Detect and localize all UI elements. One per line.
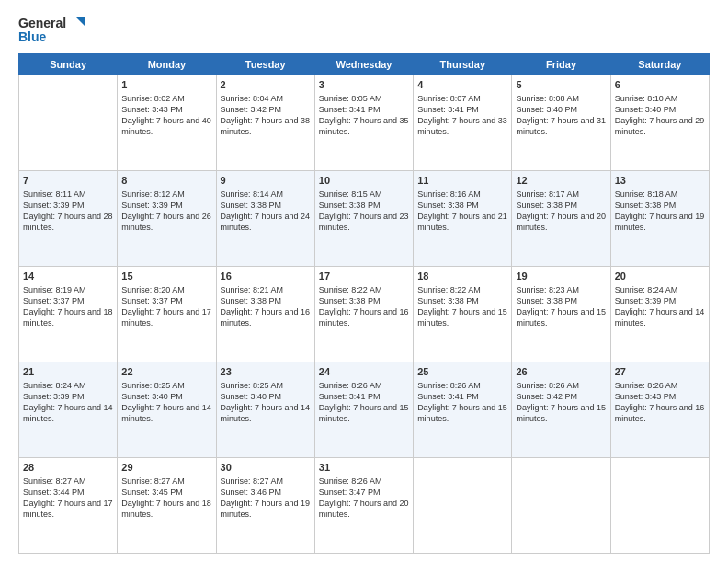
- cell-content: Sunrise: 8:26 AMSunset: 3:41 PMDaylight:…: [417, 380, 507, 425]
- calendar-cell: [512, 458, 610, 554]
- calendar-week-row: 1Sunrise: 8:02 AMSunset: 3:43 PMDaylight…: [19, 75, 710, 171]
- calendar-week-row: 28Sunrise: 8:27 AMSunset: 3:44 PMDayligh…: [19, 458, 710, 554]
- calendar-week-row: 21Sunrise: 8:24 AMSunset: 3:39 PMDayligh…: [19, 362, 710, 458]
- cell-content: Sunrise: 8:17 AMSunset: 3:38 PMDaylight:…: [516, 189, 606, 234]
- calendar-cell: 15Sunrise: 8:20 AMSunset: 3:37 PMDayligh…: [118, 267, 216, 362]
- calendar-cell: 4Sunrise: 8:07 AMSunset: 3:41 PMDaylight…: [414, 75, 512, 171]
- day-number: 30: [221, 461, 311, 475]
- day-number: 1: [121, 78, 211, 92]
- calendar-table: SundayMondayTuesdayWednesdayThursdayFrid…: [18, 53, 710, 554]
- calendar-page: General Blue SundayMondayTuesdayWednesda…: [0, 0, 728, 563]
- calendar-header-row: SundayMondayTuesdayWednesdayThursdayFrid…: [19, 54, 710, 75]
- calendar-cell: 21Sunrise: 8:24 AMSunset: 3:39 PMDayligh…: [19, 362, 118, 458]
- day-number: 7: [23, 174, 113, 188]
- calendar-cell: 26Sunrise: 8:26 AMSunset: 3:42 PMDayligh…: [512, 362, 610, 458]
- calendar-cell: 19Sunrise: 8:23 AMSunset: 3:38 PMDayligh…: [512, 267, 610, 362]
- day-number: 15: [121, 270, 211, 283]
- calendar-cell: [19, 75, 118, 171]
- cell-content: Sunrise: 8:14 AMSunset: 3:38 PMDaylight:…: [221, 189, 311, 234]
- logo: General Blue: [18, 15, 85, 44]
- day-number: 14: [23, 270, 113, 283]
- calendar-cell: 2Sunrise: 8:04 AMSunset: 3:42 PMDaylight…: [216, 75, 314, 171]
- calendar-cell: 10Sunrise: 8:15 AMSunset: 3:38 PMDayligh…: [314, 171, 413, 267]
- day-number: 21: [23, 365, 113, 379]
- cell-content: Sunrise: 8:15 AMSunset: 3:38 PMDaylight:…: [319, 189, 409, 234]
- day-number: 19: [516, 270, 606, 283]
- calendar-header-thursday: Thursday: [414, 54, 512, 75]
- day-number: 2: [221, 78, 311, 92]
- day-number: 8: [121, 174, 211, 188]
- cell-content: Sunrise: 8:10 AMSunset: 3:40 PMDaylight:…: [615, 93, 705, 138]
- day-number: 13: [615, 174, 705, 188]
- calendar-cell: 24Sunrise: 8:26 AMSunset: 3:41 PMDayligh…: [314, 362, 413, 458]
- cell-content: Sunrise: 8:24 AMSunset: 3:39 PMDaylight:…: [23, 380, 113, 425]
- logo-general-text: General: [18, 16, 66, 30]
- calendar-cell: 9Sunrise: 8:14 AMSunset: 3:38 PMDaylight…: [216, 171, 314, 267]
- cell-content: Sunrise: 8:26 AMSunset: 3:47 PMDaylight:…: [319, 476, 409, 521]
- day-number: 27: [615, 365, 705, 379]
- calendar-cell: [414, 458, 512, 554]
- cell-content: Sunrise: 8:12 AMSunset: 3:39 PMDaylight:…: [121, 189, 211, 234]
- cell-content: Sunrise: 8:11 AMSunset: 3:39 PMDaylight:…: [23, 189, 113, 234]
- cell-content: Sunrise: 8:25 AMSunset: 3:40 PMDaylight:…: [221, 380, 311, 425]
- calendar-header-friday: Friday: [512, 54, 610, 75]
- cell-content: Sunrise: 8:04 AMSunset: 3:42 PMDaylight:…: [221, 93, 311, 138]
- calendar-cell: 20Sunrise: 8:24 AMSunset: 3:39 PMDayligh…: [610, 267, 709, 362]
- day-number: 22: [121, 365, 211, 379]
- day-number: 5: [516, 78, 606, 92]
- cell-content: Sunrise: 8:21 AMSunset: 3:38 PMDaylight:…: [221, 284, 311, 329]
- calendar-week-row: 14Sunrise: 8:19 AMSunset: 3:37 PMDayligh…: [19, 267, 710, 362]
- cell-content: Sunrise: 8:22 AMSunset: 3:38 PMDaylight:…: [319, 284, 409, 329]
- calendar-cell: 28Sunrise: 8:27 AMSunset: 3:44 PMDayligh…: [19, 458, 118, 554]
- day-number: 4: [417, 78, 507, 92]
- calendar-cell: [610, 458, 709, 554]
- calendar-cell: 11Sunrise: 8:16 AMSunset: 3:38 PMDayligh…: [414, 171, 512, 267]
- calendar-cell: 25Sunrise: 8:26 AMSunset: 3:41 PMDayligh…: [414, 362, 512, 458]
- page-header: General Blue: [18, 15, 710, 44]
- calendar-header-saturday: Saturday: [610, 54, 709, 75]
- calendar-cell: 22Sunrise: 8:25 AMSunset: 3:40 PMDayligh…: [118, 362, 216, 458]
- day-number: 11: [417, 174, 507, 188]
- cell-content: Sunrise: 8:08 AMSunset: 3:40 PMDaylight:…: [516, 93, 606, 138]
- day-number: 3: [319, 78, 409, 92]
- calendar-cell: 5Sunrise: 8:08 AMSunset: 3:40 PMDaylight…: [512, 75, 610, 171]
- day-number: 17: [319, 270, 409, 283]
- day-number: 10: [319, 174, 409, 188]
- cell-content: Sunrise: 8:05 AMSunset: 3:41 PMDaylight:…: [319, 93, 409, 138]
- calendar-cell: 17Sunrise: 8:22 AMSunset: 3:38 PMDayligh…: [314, 267, 413, 362]
- cell-content: Sunrise: 8:19 AMSunset: 3:37 PMDaylight:…: [23, 284, 113, 329]
- calendar-week-row: 7Sunrise: 8:11 AMSunset: 3:39 PMDaylight…: [19, 171, 710, 267]
- calendar-header-sunday: Sunday: [19, 54, 118, 75]
- calendar-cell: 31Sunrise: 8:26 AMSunset: 3:47 PMDayligh…: [314, 458, 413, 554]
- calendar-header-wednesday: Wednesday: [314, 54, 413, 75]
- cell-content: Sunrise: 8:26 AMSunset: 3:42 PMDaylight:…: [516, 380, 606, 425]
- svg-marker-0: [75, 17, 85, 26]
- calendar-cell: 16Sunrise: 8:21 AMSunset: 3:38 PMDayligh…: [216, 267, 314, 362]
- calendar-cell: 6Sunrise: 8:10 AMSunset: 3:40 PMDaylight…: [610, 75, 709, 171]
- cell-content: Sunrise: 8:02 AMSunset: 3:43 PMDaylight:…: [121, 93, 211, 138]
- day-number: 16: [221, 270, 311, 283]
- cell-content: Sunrise: 8:23 AMSunset: 3:38 PMDaylight:…: [516, 284, 606, 329]
- logo-blue-text: Blue: [18, 29, 46, 44]
- cell-content: Sunrise: 8:24 AMSunset: 3:39 PMDaylight:…: [615, 284, 705, 329]
- calendar-cell: 7Sunrise: 8:11 AMSunset: 3:39 PMDaylight…: [19, 171, 118, 267]
- day-number: 18: [417, 270, 507, 283]
- day-number: 28: [23, 461, 113, 475]
- cell-content: Sunrise: 8:16 AMSunset: 3:38 PMDaylight:…: [417, 189, 507, 234]
- calendar-cell: 18Sunrise: 8:22 AMSunset: 3:38 PMDayligh…: [414, 267, 512, 362]
- day-number: 24: [319, 365, 409, 379]
- calendar-cell: 14Sunrise: 8:19 AMSunset: 3:37 PMDayligh…: [19, 267, 118, 362]
- cell-content: Sunrise: 8:26 AMSunset: 3:41 PMDaylight:…: [319, 380, 409, 425]
- cell-content: Sunrise: 8:27 AMSunset: 3:45 PMDaylight:…: [121, 476, 211, 521]
- cell-content: Sunrise: 8:25 AMSunset: 3:40 PMDaylight:…: [121, 380, 211, 425]
- day-number: 9: [221, 174, 311, 188]
- calendar-cell: 13Sunrise: 8:18 AMSunset: 3:38 PMDayligh…: [610, 171, 709, 267]
- calendar-cell: 8Sunrise: 8:12 AMSunset: 3:39 PMDaylight…: [118, 171, 216, 267]
- calendar-cell: 27Sunrise: 8:26 AMSunset: 3:43 PMDayligh…: [610, 362, 709, 458]
- calendar-cell: 30Sunrise: 8:27 AMSunset: 3:46 PMDayligh…: [216, 458, 314, 554]
- day-number: 25: [417, 365, 507, 379]
- day-number: 29: [121, 461, 211, 475]
- day-number: 6: [615, 78, 705, 92]
- calendar-header-tuesday: Tuesday: [216, 54, 314, 75]
- cell-content: Sunrise: 8:07 AMSunset: 3:41 PMDaylight:…: [417, 93, 507, 138]
